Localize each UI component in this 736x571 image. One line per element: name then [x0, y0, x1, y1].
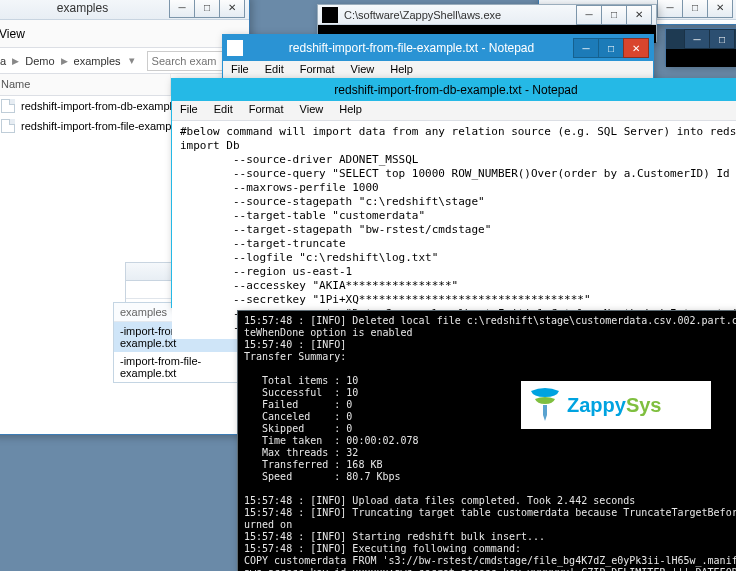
minimize-button[interactable]: ─ [684, 29, 710, 49]
textfile-icon [1, 99, 15, 113]
breadcrumb[interactable]: ta ▶ Demo ▶ examples ▾ [0, 48, 249, 74]
breadcrumb-item[interactable]: examples [74, 55, 121, 67]
minimize-button[interactable]: ─ [169, 0, 195, 18]
window-title: redshift-import-from-db-example.txt - No… [176, 83, 736, 97]
maximize-button[interactable]: □ [601, 5, 627, 25]
menu-file[interactable]: File [172, 101, 206, 120]
chevron-right-icon: ▶ [61, 56, 68, 66]
textfile-icon [1, 119, 15, 133]
minimize-button[interactable]: ─ [573, 38, 599, 58]
menubar: File Edit Format View Help [172, 101, 736, 121]
breadcrumb-item[interactable]: Demo [25, 55, 54, 67]
file-name: redshift-import-from-db-example.txt [21, 100, 193, 112]
close-button[interactable]: ✕ [707, 0, 733, 18]
close-button[interactable]: ✕ [626, 5, 652, 25]
menu-view[interactable]: View [292, 101, 332, 120]
close-button[interactable]: ✕ [623, 38, 649, 58]
notepad-window-main: redshift-import-from-db-example.txt - No… [171, 78, 736, 308]
menu-edit[interactable]: Edit [206, 101, 241, 120]
maximize-button[interactable]: □ [598, 38, 624, 58]
menu-format[interactable]: Format [241, 101, 292, 120]
maximize-button[interactable]: □ [682, 0, 708, 18]
file-row[interactable]: -import-from-file-example.txt [114, 352, 237, 382]
window-title: C:\software\ZappyShell\aws.exe [344, 9, 501, 21]
close-button[interactable]: ✕ [219, 0, 245, 18]
cmd-icon [322, 7, 338, 23]
chevron-right-icon: ▶ [12, 56, 19, 66]
maximize-button[interactable]: □ [194, 0, 220, 18]
maximize-button[interactable]: □ [709, 29, 735, 49]
console-window: 15:57:48 : [INFO] Deleted local file c:\… [237, 310, 736, 571]
file-name: redshift-import-from-file-example.txt [21, 120, 195, 132]
column-name[interactable]: Name [0, 74, 171, 95]
minimize-button[interactable]: ─ [657, 0, 683, 18]
window-title: redshift-import-from-file-example.txt - … [249, 41, 574, 55]
menu-help[interactable]: Help [331, 101, 370, 120]
file-name: -import-from-file-example.txt [120, 355, 231, 379]
notepad-icon [227, 40, 243, 56]
console-output[interactable]: 15:57:48 : [INFO] Deleted local file c:\… [238, 311, 736, 571]
view-tab[interactable]: View [0, 27, 25, 41]
minimize-button[interactable]: ─ [576, 5, 602, 25]
breadcrumb-item[interactable]: ta [0, 55, 6, 67]
window-title: examples [0, 1, 170, 15]
editor-content[interactable]: #below command will import data from any… [172, 121, 736, 339]
zappysys-logo: ZappySys [521, 381, 711, 429]
